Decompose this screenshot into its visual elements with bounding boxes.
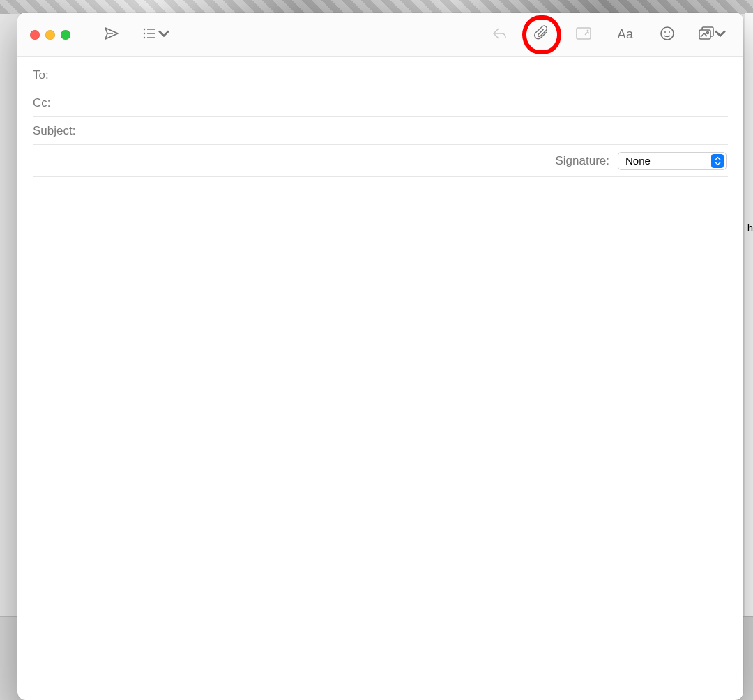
format-button[interactable]: Aa	[612, 24, 639, 46]
emoji-button[interactable]	[654, 24, 680, 46]
window-zoom-button[interactable]	[61, 30, 70, 40]
svg-point-10	[669, 31, 670, 33]
svg-point-9	[664, 31, 666, 33]
window-close-button[interactable]	[30, 30, 40, 40]
window-minimize-button[interactable]	[45, 30, 55, 40]
markup-icon	[575, 25, 592, 45]
subject-field-row: Subject:	[33, 117, 728, 145]
header-fields: To: Cc: Subject: Signature: None	[17, 57, 743, 177]
photo-browser-button[interactable]	[696, 24, 731, 46]
window-controls	[30, 30, 70, 40]
reply-button[interactable]	[487, 24, 513, 46]
paperclip-icon	[533, 25, 550, 45]
signature-row: Signature: None	[33, 145, 728, 177]
toolbar-right-group: Aa	[487, 24, 731, 46]
emoji-icon	[659, 25, 676, 45]
background-window-edge: h	[745, 13, 753, 616]
signature-label: Signature:	[556, 154, 610, 168]
header-fields-button[interactable]	[140, 24, 174, 46]
format-text-icon: Aa	[617, 27, 633, 42]
send-button[interactable]	[98, 24, 125, 46]
compose-window: Aa To: Cc:	[17, 13, 743, 700]
markup-button[interactable]	[570, 24, 597, 46]
select-stepper-icon	[711, 154, 724, 168]
chevron-down-icon	[158, 25, 172, 45]
to-input[interactable]	[54, 68, 728, 82]
compose-toolbar: Aa	[17, 13, 743, 57]
signature-selected-value: None	[625, 155, 651, 167]
signature-select[interactable]: None	[618, 152, 727, 170]
reply-icon	[492, 25, 508, 45]
cc-input[interactable]	[56, 96, 729, 110]
to-label: To:	[33, 68, 49, 82]
subject-label: Subject:	[33, 124, 75, 138]
svg-point-8	[661, 27, 674, 40]
attach-button[interactable]	[528, 24, 555, 46]
send-icon	[103, 25, 120, 45]
to-field-row: To:	[33, 61, 728, 89]
subject-input[interactable]	[81, 124, 728, 138]
message-body[interactable]	[17, 177, 743, 700]
cc-field-row: Cc:	[33, 89, 728, 117]
cc-label: Cc:	[33, 96, 51, 110]
svg-point-0	[144, 28, 145, 29]
svg-point-7	[587, 30, 588, 31]
background-peek-text: h	[747, 222, 753, 234]
svg-point-2	[144, 36, 145, 38]
desktop-background	[0, 0, 753, 14]
chevron-down-icon	[715, 25, 729, 45]
svg-point-1	[144, 32, 145, 33]
